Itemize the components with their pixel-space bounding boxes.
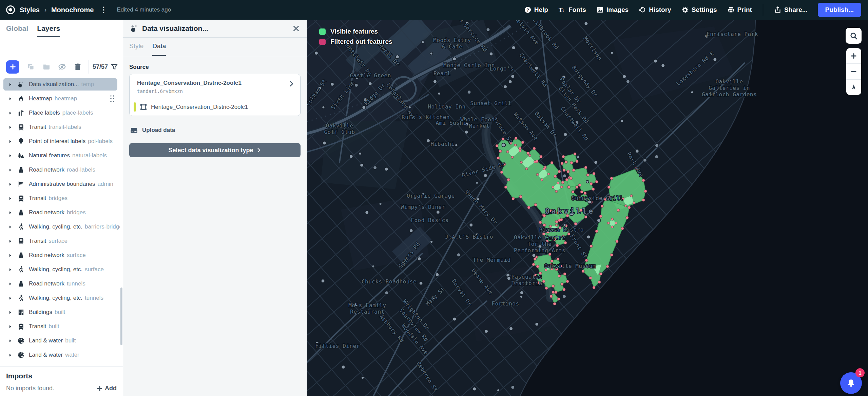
road-icon: [17, 166, 25, 174]
layer-row[interactable]: Land & water land: [0, 362, 120, 366]
map-search-button[interactable]: [846, 28, 862, 44]
tab-style[interactable]: Style: [129, 42, 143, 56]
expand-caret-icon[interactable]: [8, 239, 13, 243]
layer-list-scrollbar[interactable]: [120, 288, 122, 345]
filter-layers-icon[interactable]: [111, 63, 118, 71]
expand-caret-icon[interactable]: [8, 253, 13, 258]
expand-caret-icon[interactable]: [8, 168, 13, 172]
layer-row[interactable]: Walking, cycling, etc. surface: [0, 262, 120, 277]
expand-caret-icon[interactable]: [8, 82, 13, 87]
layer-type: transit-labels: [49, 124, 81, 131]
layer-row[interactable]: Land & water water: [0, 348, 120, 362]
tab-global[interactable]: Global: [6, 24, 28, 37]
expand-caret-icon[interactable]: [8, 353, 13, 357]
road-icon: [17, 252, 25, 259]
map-label: J.A.C'S Bistro: [445, 234, 493, 240]
expand-caret-icon[interactable]: [8, 268, 13, 272]
style-menu-icon[interactable]: ⋮: [99, 7, 109, 12]
polygon-icon: [139, 103, 148, 111]
drag-handle-icon[interactable]: [109, 95, 115, 103]
expand-caret-icon[interactable]: [8, 339, 13, 343]
layer-name: Buildings: [29, 309, 52, 316]
publish-button[interactable]: Publish...: [818, 3, 861, 17]
dots-viz-icon: [17, 81, 25, 88]
add-layer-button[interactable]: [6, 60, 19, 74]
layer-row[interactable]: Transit bridges: [0, 191, 120, 205]
layer-name: Point of interest labels: [29, 138, 85, 145]
help-button[interactable]: Help: [524, 6, 548, 14]
expand-caret-icon[interactable]: [8, 139, 13, 144]
map-legend: Visible features Filtered out features: [319, 28, 392, 48]
expand-caret-icon[interactable]: [8, 182, 13, 186]
map-label: Monte Carlo Inn: [443, 62, 495, 68]
source-dataset-row[interactable]: Heritage_Conservation_Distric-2oolc1 tan…: [130, 74, 300, 98]
select-visualization-type-button[interactable]: Select data visualization type: [129, 143, 301, 157]
layer-row[interactable]: Point of interest labels poi-labels: [0, 134, 120, 148]
layer-row[interactable]: Walking, cycling, etc. tunnels: [0, 291, 120, 305]
expand-caret-icon[interactable]: [8, 196, 13, 201]
images-button[interactable]: Images: [596, 6, 629, 14]
zoom-out-button[interactable]: [846, 64, 861, 79]
share-icon: [774, 6, 782, 14]
layer-name: Road network: [29, 252, 64, 259]
layer-row[interactable]: Administrative boundaries admin: [0, 177, 120, 191]
layer-row[interactable]: Natural features natural-labels: [0, 148, 120, 163]
layer-row[interactable]: Land & water built: [0, 334, 120, 348]
expand-caret-icon[interactable]: [8, 324, 13, 329]
share-button[interactable]: Share...: [774, 6, 808, 14]
history-button[interactable]: History: [639, 6, 671, 14]
imports-section: Imports No imports found. Add: [0, 366, 123, 396]
layer-row[interactable]: Heatmap heatmap: [0, 92, 120, 106]
layer-row[interactable]: Transit transit-labels: [0, 120, 120, 134]
layer-row[interactable]: Road network surface: [0, 248, 120, 262]
expand-caret-icon[interactable]: [8, 225, 13, 229]
layer-row[interactable]: Walking, cycling, etc. barriers-bridges: [0, 220, 120, 234]
breadcrumb-style-name[interactable]: Monochrome: [51, 6, 94, 14]
layer-row[interactable]: Road network road-labels: [0, 163, 120, 177]
breadcrumb-styles[interactable]: Styles: [20, 6, 40, 14]
layer-row[interactable]: Place labels place-labels: [0, 106, 120, 120]
layer-row[interactable]: Transit built: [0, 319, 120, 334]
layer-name: Transit: [29, 195, 46, 202]
zoom-in-button[interactable]: [846, 48, 861, 64]
expand-caret-icon[interactable]: [8, 97, 13, 101]
compass-button[interactable]: [846, 80, 861, 95]
hide-layer-icon[interactable]: [58, 63, 66, 71]
expand-caret-icon[interactable]: [8, 296, 13, 300]
layer-type: temp: [81, 81, 94, 88]
group-layers-icon[interactable]: [42, 63, 51, 71]
layer-type: built: [49, 323, 59, 330]
layer-name: Heatmap: [29, 95, 52, 102]
panel-tabs: Style Data: [123, 38, 307, 56]
globe-icon: [17, 351, 25, 359]
print-button[interactable]: Print: [727, 6, 752, 14]
upload-data-button[interactable]: Upload data: [130, 126, 307, 134]
layer-row[interactable]: Road network bridges: [0, 205, 120, 220]
walk-icon: [17, 223, 25, 231]
expand-caret-icon[interactable]: [8, 125, 13, 130]
fonts-button[interactable]: Fonts: [558, 6, 586, 14]
expand-caret-icon[interactable]: [8, 282, 13, 286]
delete-layer-icon[interactable]: [74, 63, 82, 71]
source-heading: Source: [129, 64, 307, 71]
expand-caret-icon[interactable]: [8, 310, 13, 315]
tab-data[interactable]: Data: [152, 42, 166, 56]
duplicate-layer-icon[interactable]: [27, 63, 35, 71]
source-layer-row[interactable]: Heritage_Conservation_Distric-2oolc1: [130, 98, 300, 116]
layer-row[interactable]: Transit surface: [0, 234, 120, 248]
layer-row[interactable]: Road network tunnels: [0, 277, 120, 291]
map-label: Holiday Inn: [428, 103, 465, 110]
expand-caret-icon[interactable]: [8, 211, 13, 215]
tab-layers[interactable]: Layers: [37, 24, 60, 37]
layer-row[interactable]: Buildings built: [0, 305, 120, 319]
expand-caret-icon[interactable]: [8, 111, 13, 115]
map-label: Fortinos: [491, 300, 519, 307]
layer-row[interactable]: Data visualization... temp: [0, 77, 120, 92]
add-import-button[interactable]: Add: [97, 385, 117, 392]
mapbox-logo-icon[interactable]: [6, 5, 15, 14]
close-panel-icon[interactable]: [292, 25, 300, 32]
map-canvas[interactable]: Ennisclare ParkOakvilleGalleries inGairl…: [307, 20, 868, 396]
expand-caret-icon[interactable]: [8, 154, 13, 158]
settings-button[interactable]: Settings: [681, 6, 717, 14]
imports-empty-text: No imports found.: [6, 385, 54, 392]
